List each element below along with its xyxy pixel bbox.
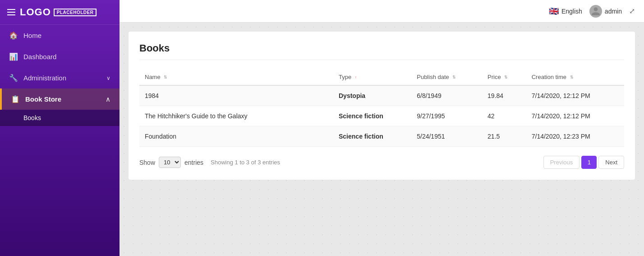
col-publish-date[interactable]: Publish date ⇅ xyxy=(411,69,482,85)
show-label: Show xyxy=(139,159,155,166)
books-table: Name ⇅ Type ↑ Publish date xyxy=(139,69,624,147)
chevron-down-icon: ∨ xyxy=(106,75,110,81)
cell-name: 1984 xyxy=(139,85,333,106)
dashboard-icon: 📊 xyxy=(9,52,18,61)
home-icon: 🏠 xyxy=(9,31,18,40)
table-row: 1984 Dystopia 6/8/1949 19.84 7/14/2020, … xyxy=(139,85,624,106)
sidebar-item-books[interactable]: Books xyxy=(0,110,120,126)
cell-creation-time: 7/14/2020, 12:12 PM xyxy=(526,106,624,126)
sidebar-item-bookstore[interactable]: 📋 Book Store ∧ xyxy=(0,88,120,110)
logo-text: LOGO xyxy=(20,6,51,18)
sidebar-item-administration[interactable]: 🔧 Administration ∨ xyxy=(0,67,120,88)
language-selector[interactable]: 🇬🇧 English xyxy=(549,6,582,16)
col-creation-time[interactable]: Creation time ⇅ xyxy=(526,69,624,85)
flag-icon: 🇬🇧 xyxy=(549,6,559,16)
bookstore-icon: 📋 xyxy=(11,95,20,103)
language-label: English xyxy=(561,8,582,15)
cell-price: 21.5 xyxy=(482,126,526,147)
table-footer: Show 10 25 50 entries Showing 1 to 3 of … xyxy=(139,156,624,169)
sidebar-item-label: Home xyxy=(23,32,110,39)
sidebar-item-label: Book Store xyxy=(25,95,100,103)
content-area: Books Name ⇅ Type ↑ xyxy=(120,23,644,256)
sort-icon-creation: ⇅ xyxy=(570,75,574,79)
page-1-button[interactable]: 1 xyxy=(581,156,597,169)
wrench-icon: 🔧 xyxy=(9,74,18,82)
avatar xyxy=(589,5,602,18)
sidebar-nav: 🏠 Home 📊 Dashboard 🔧 Administration ∨ 📋 … xyxy=(0,25,120,126)
main-area: 🇬🇧 English admin ⤢ Books Name ⇅ xyxy=(120,0,644,256)
next-button[interactable]: Next xyxy=(598,156,624,169)
cell-type: Dystopia xyxy=(333,85,411,106)
cell-publish-date: 5/24/1951 xyxy=(411,126,482,147)
page-title: Books xyxy=(139,42,624,60)
table-body: 1984 Dystopia 6/8/1949 19.84 7/14/2020, … xyxy=(139,85,624,147)
user-info[interactable]: admin xyxy=(589,5,622,18)
table-header: Name ⇅ Type ↑ Publish date xyxy=(139,69,624,85)
cell-type: Science fiction xyxy=(333,106,411,126)
sidebar-item-label: Dashboard xyxy=(23,53,110,61)
sidebar-item-dashboard[interactable]: 📊 Dashboard xyxy=(0,46,120,67)
cell-creation-time: 7/14/2020, 12:23 PM xyxy=(526,126,624,147)
sort-icon-publish: ⇅ xyxy=(452,75,456,79)
previous-button[interactable]: Previous xyxy=(543,156,580,169)
sidebar: LOGO PLACEHOLDER 🏠 Home 📊 Dashboard 🔧 Ad… xyxy=(0,0,120,256)
table-row: The Hitchhiker's Guide to the Galaxy Sci… xyxy=(139,106,624,126)
chevron-up-icon: ∧ xyxy=(106,95,110,103)
books-card: Books Name ⇅ Type ↑ xyxy=(129,32,635,180)
col-name[interactable]: Name ⇅ xyxy=(139,69,333,85)
sidebar-header: LOGO PLACEHOLDER xyxy=(0,0,120,25)
sidebar-item-label: Administration xyxy=(23,74,101,82)
cell-name: The Hitchhiker's Guide to the Galaxy xyxy=(139,106,333,126)
cell-publish-date: 9/27/1995 xyxy=(411,106,482,126)
logo-box: LOGO PLACEHOLDER xyxy=(20,6,97,18)
expand-icon[interactable]: ⤢ xyxy=(629,7,635,15)
sort-icon-name: ⇅ xyxy=(164,75,167,79)
logo-badge: PLACEHOLDER xyxy=(54,9,97,16)
hamburger-icon[interactable] xyxy=(7,9,15,15)
cell-name: Foundation xyxy=(139,126,333,147)
sort-icon-price: ⇅ xyxy=(504,75,508,79)
table-row: Foundation Science fiction 5/24/1951 21.… xyxy=(139,126,624,147)
show-entries: Show 10 25 50 entries xyxy=(139,157,203,168)
cell-price: 19.84 xyxy=(482,85,526,106)
entries-select[interactable]: 10 25 50 xyxy=(159,157,181,168)
top-bar: 🇬🇧 English admin ⤢ xyxy=(120,0,644,23)
books-label: Books xyxy=(23,114,41,121)
sort-icon-type: ↑ xyxy=(355,76,357,79)
cell-type: Science fiction xyxy=(333,126,411,147)
pagination: Previous 1 Next xyxy=(543,156,624,169)
entries-label: entries xyxy=(184,159,203,166)
showing-text: Showing 1 to 3 of 3 entries xyxy=(211,159,280,166)
username-label: admin xyxy=(605,8,622,15)
cell-price: 42 xyxy=(482,106,526,126)
cell-creation-time: 7/14/2020, 12:12 PM xyxy=(526,85,624,106)
col-type[interactable]: Type ↑ xyxy=(333,69,411,85)
sidebar-item-home[interactable]: 🏠 Home xyxy=(0,25,120,46)
cell-publish-date: 6/8/1949 xyxy=(411,85,482,106)
sidebar-bookstore-section: 📋 Book Store ∧ Books xyxy=(0,88,120,126)
col-price[interactable]: Price ⇅ xyxy=(482,69,526,85)
